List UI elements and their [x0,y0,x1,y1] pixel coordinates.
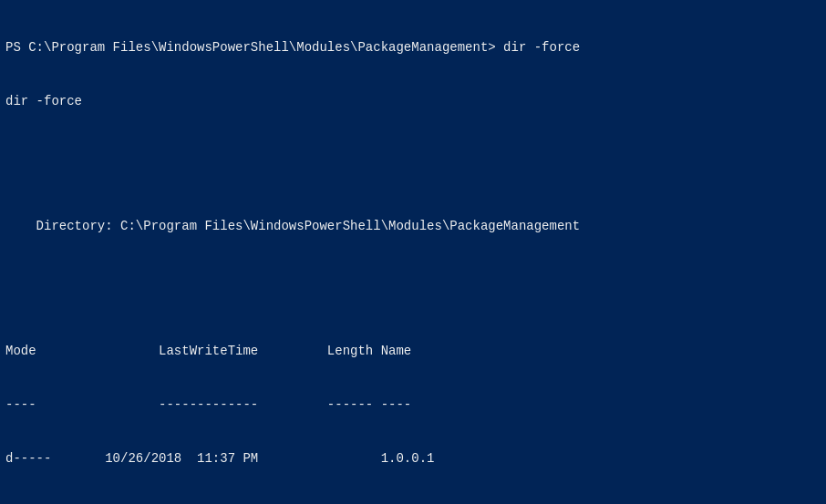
line-8: Mode LastWriteTime Length Name [5,343,821,361]
line-10: d----- 10/26/2018 11:37 PM 1.0.0.1 [5,450,821,468]
line-2: dir -force [5,93,821,111]
line-5: Directory: C:\Program Files\WindowsPower… [5,218,821,236]
line-1: PS C:\Program Files\WindowsPowerShell\Mo… [5,39,821,57]
terminal-window[interactable]: PS C:\Program Files\WindowsPowerShell\Mo… [0,0,826,504]
line-9: ---- ------------- ------ ---- [5,396,821,415]
